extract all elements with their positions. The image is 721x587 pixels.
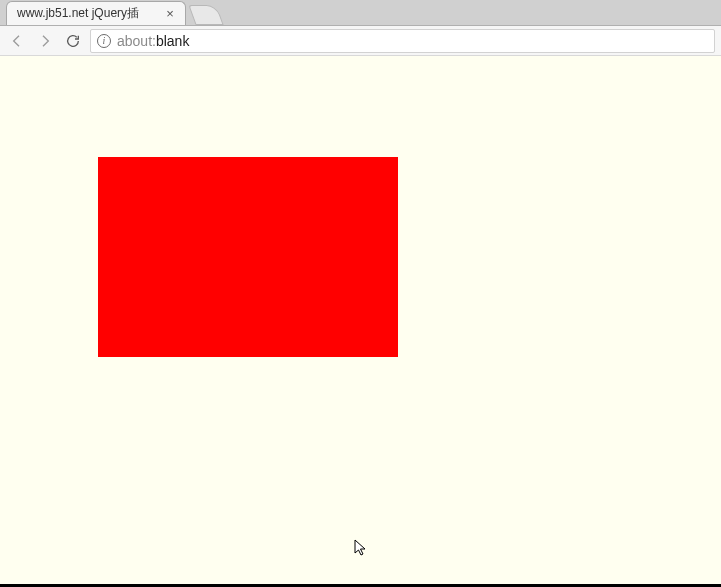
arrow-left-icon — [9, 33, 25, 49]
url-text: about:blank — [117, 33, 189, 49]
back-button[interactable] — [6, 30, 28, 52]
arrow-right-icon — [37, 33, 53, 49]
info-icon[interactable]: i — [97, 34, 111, 48]
url-scheme: about: — [117, 33, 156, 49]
reload-button[interactable] — [62, 30, 84, 52]
close-icon[interactable]: × — [163, 7, 177, 21]
browser-tab[interactable]: www.jb51.net jQuery插 × — [6, 1, 186, 25]
toolbar: i about:blank — [0, 26, 721, 56]
page-viewport — [0, 56, 721, 584]
forward-button[interactable] — [34, 30, 56, 52]
address-bar[interactable]: i about:blank — [90, 29, 715, 53]
tab-strip: www.jb51.net jQuery插 × — [0, 0, 721, 26]
tab-title: www.jb51.net jQuery插 — [17, 5, 159, 22]
red-box — [98, 157, 398, 357]
reload-icon — [65, 33, 81, 49]
url-path: blank — [156, 33, 189, 49]
new-tab-button[interactable] — [188, 5, 223, 25]
